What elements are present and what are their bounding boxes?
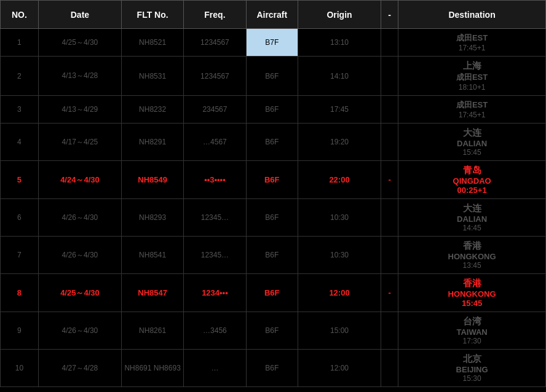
dest-cn-label: 青岛 (463, 165, 481, 176)
col-header-flt: FLT No. (121, 1, 183, 29)
cell-dash (381, 29, 398, 57)
dest-en-label: DALIAN (457, 139, 487, 148)
dest-cn-label: 大连 (463, 203, 481, 214)
dest-en-label: 成田EST (456, 100, 488, 111)
cell-date: 4/17～4/25 (38, 123, 121, 161)
dest-en-label: 成田EST (456, 72, 488, 83)
cell-freq: …4567 (184, 123, 246, 161)
table-row: 54/24～4/30NH8549••3••••B6F22:00-青岛QINGDA… (1, 161, 546, 199)
cell-flt: NH8541 (121, 237, 183, 274)
cell-no: 6 (1, 199, 39, 237)
cell-flt: NH8261 (121, 312, 183, 350)
cell-no: 10 (1, 350, 39, 387)
cell-freq: 1234567 (184, 57, 246, 96)
cell-aircraft: B7F (246, 29, 298, 57)
dest-time-label: 15:45 (462, 299, 482, 308)
table-row: 64/26～4/30NH829312345…B6F10:30大连DALIAN14… (1, 199, 546, 237)
cell-dest: 北京BEIJING15:30 (398, 350, 546, 387)
cell-dash (381, 123, 398, 161)
cell-dash (381, 237, 398, 274)
dest-cn-label: 北京 (463, 353, 481, 365)
cell-aircraft: B6F (246, 237, 298, 274)
col-header-destination: Destination (398, 1, 546, 29)
cell-dest: 青岛QINGDAO00:25+1 (398, 161, 546, 199)
table-row: 94/26～4/30NH8261…3456B6F15:00台湾TAIWAN17:… (1, 312, 546, 350)
cell-dash: - (381, 161, 398, 199)
cell-date: 4/27～4/28 (38, 350, 121, 387)
cell-aircraft: B6F (246, 96, 298, 123)
cell-flt: NH8293 (121, 199, 183, 237)
dest-time-label: 00:25+1 (457, 186, 487, 195)
dest-time-label: 17:30 (463, 337, 481, 345)
cell-origin: 12:00 (298, 274, 381, 312)
dest-cn-label: 大连 (463, 127, 481, 139)
cell-date: 4/25～4/30 (38, 29, 121, 57)
cell-aircraft: B6F (246, 274, 298, 312)
cell-origin: 12:00 (298, 350, 381, 387)
dest-en-label: DALIAN (457, 214, 487, 224)
cell-flt: NH8232 (121, 96, 183, 123)
cell-aircraft: B6F (246, 123, 298, 161)
col-header-freq: Freq. (184, 1, 246, 29)
col-header-date: Date (38, 1, 121, 29)
cell-dest: 成田EST17:45+1 (398, 29, 546, 57)
cell-no: 5 (1, 161, 39, 199)
col-header-no: NO. (1, 1, 39, 29)
cell-origin: 10:30 (298, 237, 381, 274)
cell-no: 9 (1, 312, 39, 350)
cell-freq: 1234567 (184, 29, 246, 57)
table-row: 34/13～4/29NH8232234567B6F17:45成田EST17:45… (1, 96, 546, 123)
cell-dash (381, 199, 398, 237)
dest-en-label: HONGKONG (448, 289, 496, 299)
cell-flt: NH8521 (121, 29, 183, 57)
dest-cn-label: 香港 (463, 278, 481, 289)
cell-dash (381, 312, 398, 350)
col-header-aircraft: Aircraft (246, 1, 298, 29)
dest-en-label: HONGKONG (448, 252, 496, 261)
table-row: 74/26～4/30NH854112345…B6F10:30香港HONGKONG… (1, 237, 546, 274)
cell-origin: 14:10 (298, 57, 381, 96)
table-header-row: NO. Date FLT No. Freq. Aircraft Origin -… (1, 1, 546, 29)
cell-no: 4 (1, 123, 39, 161)
cell-dash: - (381, 274, 398, 312)
cell-dest: 上海成田EST18:10+1 (398, 57, 546, 96)
cell-no: 2 (1, 57, 39, 96)
table-row: 104/27～4/28NH8691 NH8693…B6F12:00北京BEIJI… (1, 350, 546, 387)
cell-date: 4/24～4/30 (38, 161, 121, 199)
col-header-dash: - (381, 1, 398, 29)
cell-dest: 台湾TAIWAN17:30 (398, 312, 546, 350)
cell-freq: ••3•••• (184, 161, 246, 199)
dest-time-label: 18:10+1 (459, 83, 486, 92)
cell-dash (381, 57, 398, 96)
cell-origin: 13:10 (298, 29, 381, 57)
cell-no: 1 (1, 29, 39, 57)
dest-cn-label: 上海 (463, 60, 481, 72)
dest-en-label: 成田EST (456, 33, 488, 44)
cell-dest: 香港HONGKONG13:45 (398, 237, 546, 274)
col-header-origin: Origin (298, 1, 381, 29)
cell-aircraft: B6F (246, 57, 298, 96)
cell-freq: 12345… (184, 237, 246, 274)
dest-time-label: 15:30 (463, 374, 481, 383)
cell-flt: NH8291 (121, 123, 183, 161)
cell-flt: NH8547 (121, 274, 183, 312)
dest-time-label: 13:45 (463, 261, 481, 270)
table-row: 14/25～4/30NH85211234567B7F13:10成田EST17:4… (1, 29, 546, 57)
dest-en-label: BEIJING (456, 365, 488, 374)
cell-origin: 22:00 (298, 161, 381, 199)
cell-dash (381, 350, 398, 387)
cell-dest: 大连DALIAN14:45 (398, 199, 546, 237)
cell-freq: 1234••• (184, 274, 246, 312)
cell-origin: 10:30 (298, 199, 381, 237)
cell-dash (381, 96, 398, 123)
cell-aircraft: B6F (246, 312, 298, 350)
cell-date: 4/26～4/30 (38, 199, 121, 237)
table-row: 44/17～4/25NH8291…4567B6F19:20大连DALIAN15:… (1, 123, 546, 161)
dest-time-label: 14:45 (463, 224, 481, 232)
cell-dest: 成田EST17:45+1 (398, 96, 546, 123)
cell-no: 8 (1, 274, 39, 312)
dest-en-label: TAIWAN (456, 327, 487, 337)
cell-flt: NH8549 (121, 161, 183, 199)
cell-dest: 香港HONGKONG15:45 (398, 274, 546, 312)
cell-freq: …3456 (184, 312, 246, 350)
